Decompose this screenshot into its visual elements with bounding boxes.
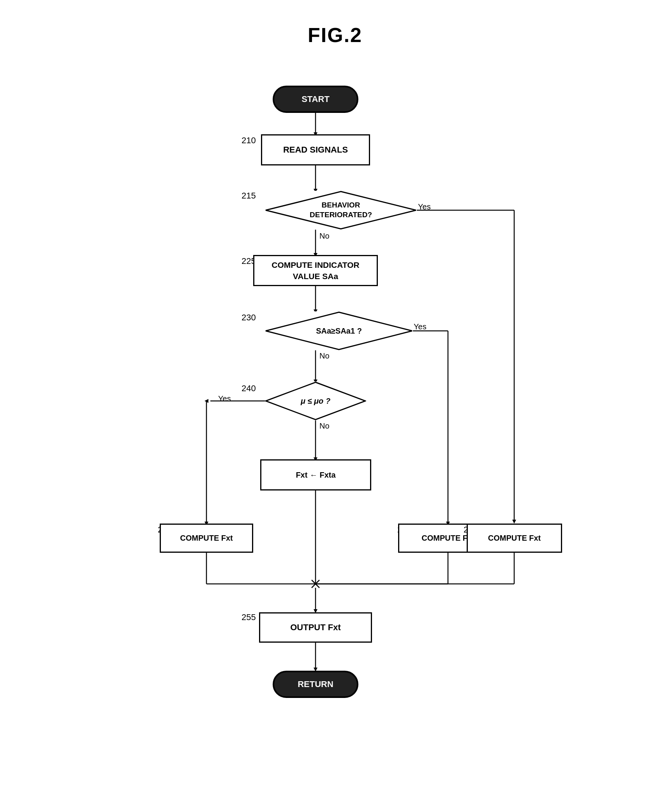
label-255: 255 [242, 612, 256, 622]
compute-indicator-node: COMPUTE INDICATOR VALUE SAa [253, 255, 378, 286]
output-fxt-node: OUTPUT Fxt [259, 612, 372, 643]
mu-yes-label: Yes [218, 394, 231, 403]
saa-no-label: No [319, 352, 330, 360]
svg-marker-8 [512, 520, 516, 524]
svg-line-26 [312, 580, 319, 588]
behavior-no-label: No [319, 232, 330, 241]
label-215: 215 [242, 191, 256, 201]
label-240: 240 [242, 383, 256, 394]
mu-decision: μ ≤ μo ? [265, 381, 366, 420]
label-210: 210 [242, 135, 256, 146]
fxt-fxta-node: Fxt ← Fxta [260, 459, 371, 490]
start-node: START [273, 86, 358, 113]
behavior-decision: BEHAVIOR DETERIORATED? [265, 191, 417, 230]
compute-fxt-220-node: COMPUTE Fxt [467, 524, 562, 553]
page-title: FIG.2 [308, 23, 362, 47]
mu-no-label: No [319, 422, 330, 431]
behavior-yes-label: Yes [418, 202, 431, 211]
return-node: RETURN [273, 671, 358, 698]
saa-yes-label: Yes [414, 322, 427, 331]
saa-decision: SAa≥SAa1 ? [265, 311, 413, 350]
svg-marker-17 [205, 399, 208, 403]
label-230: 230 [242, 313, 256, 323]
compute-fxt-245-node: COMPUTE Fxt [160, 524, 253, 553]
flowchart: START 210 READ SIGNALS 215 BEHAVIOR DETE… [121, 70, 549, 771]
read-signals-node: READ SIGNALS [261, 134, 370, 165]
connector-lines [121, 70, 549, 771]
svg-line-25 [312, 580, 319, 588]
